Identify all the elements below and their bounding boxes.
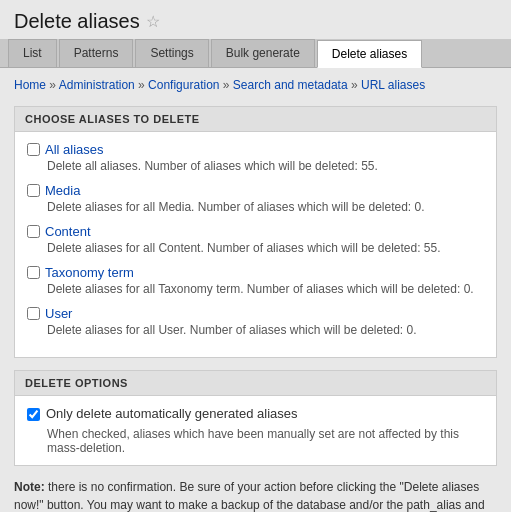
option-media-text: Media xyxy=(45,183,80,198)
breadcrumb-administration[interactable]: Administration xyxy=(59,78,135,92)
option-media-label[interactable]: Media xyxy=(27,183,484,198)
option-media-desc: Delete aliases for all Media. Number of … xyxy=(47,200,484,214)
choose-aliases-body: All aliases Delete all aliases. Number o… xyxy=(15,132,496,357)
option-all-aliases: All aliases Delete all aliases. Number o… xyxy=(27,142,484,173)
auto-generated-row: Only delete automatically generated alia… xyxy=(27,406,484,421)
choose-aliases-header: CHOOSE ALIASES TO DELETE xyxy=(15,107,496,132)
tab-settings[interactable]: Settings xyxy=(135,39,208,67)
breadcrumb-search-metadata[interactable]: Search and metadata xyxy=(233,78,348,92)
tab-patterns[interactable]: Patterns xyxy=(59,39,134,67)
breadcrumb-configuration[interactable]: Configuration xyxy=(148,78,219,92)
note-label: Note: xyxy=(14,480,45,494)
choose-aliases-section: CHOOSE ALIASES TO DELETE All aliases Del… xyxy=(14,106,497,358)
checkbox-auto-generated[interactable] xyxy=(27,408,40,421)
auto-generated-desc: When checked, aliases which have been ma… xyxy=(47,427,484,455)
note-text: there is no confirmation. Be sure of you… xyxy=(14,480,485,512)
breadcrumb-sep-3: » xyxy=(223,78,233,92)
option-content-text: Content xyxy=(45,224,91,239)
option-all-aliases-text: All aliases xyxy=(45,142,104,157)
option-user-text: User xyxy=(45,306,72,321)
checkbox-all-aliases[interactable] xyxy=(27,143,40,156)
tab-delete-aliases[interactable]: Delete aliases xyxy=(317,40,422,68)
tab-bulk-generate[interactable]: Bulk generate xyxy=(211,39,315,67)
favorite-icon[interactable]: ☆ xyxy=(146,12,160,31)
option-taxonomy-term-desc: Delete aliases for all Taxonomy term. Nu… xyxy=(47,282,484,296)
option-content: Content Delete aliases for all Content. … xyxy=(27,224,484,255)
tabs-bar: List Patterns Settings Bulk generate Del… xyxy=(0,39,511,68)
checkbox-user[interactable] xyxy=(27,307,40,320)
delete-options-body: Only delete automatically generated alia… xyxy=(15,396,496,465)
breadcrumb-sep-1: » xyxy=(49,78,58,92)
delete-options-section: DELETE OPTIONS Only delete automatically… xyxy=(14,370,497,466)
breadcrumb-url-aliases[interactable]: URL aliases xyxy=(361,78,425,92)
breadcrumb-home[interactable]: Home xyxy=(14,78,46,92)
option-taxonomy-term-label[interactable]: Taxonomy term xyxy=(27,265,484,280)
checkbox-media[interactable] xyxy=(27,184,40,197)
auto-generated-label: Only delete automatically generated alia… xyxy=(46,406,297,421)
checkbox-taxonomy-term[interactable] xyxy=(27,266,40,279)
option-content-label[interactable]: Content xyxy=(27,224,484,239)
breadcrumb-sep-2: » xyxy=(138,78,148,92)
delete-options-header: DELETE OPTIONS xyxy=(15,371,496,396)
option-taxonomy-term-text: Taxonomy term xyxy=(45,265,134,280)
option-content-desc: Delete aliases for all Content. Number o… xyxy=(47,241,484,255)
option-user: User Delete aliases for all User. Number… xyxy=(27,306,484,337)
option-user-label[interactable]: User xyxy=(27,306,484,321)
breadcrumb: Home » Administration » Configuration » … xyxy=(14,74,497,96)
option-user-desc: Delete aliases for all User. Number of a… xyxy=(47,323,484,337)
breadcrumb-sep-4: » xyxy=(351,78,361,92)
option-media: Media Delete aliases for all Media. Numb… xyxy=(27,183,484,214)
option-taxonomy-term: Taxonomy term Delete aliases for all Tax… xyxy=(27,265,484,296)
note-area: Note: there is no confirmation. Be sure … xyxy=(14,478,497,512)
page-title: Delete aliases xyxy=(14,10,140,33)
tab-list[interactable]: List xyxy=(8,39,57,67)
option-all-aliases-desc: Delete all aliases. Number of aliases wh… xyxy=(47,159,484,173)
option-all-aliases-label[interactable]: All aliases xyxy=(27,142,484,157)
checkbox-content[interactable] xyxy=(27,225,40,238)
